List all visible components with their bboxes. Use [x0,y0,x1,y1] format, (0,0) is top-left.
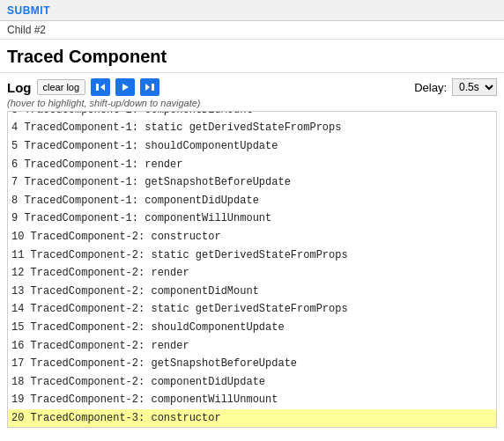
log-line: 18 TracedComponent-2: componentDidUpdate [8,373,496,392]
log-line: 20 TracedComponent-3: constructor [8,409,496,428]
log-header: Log clear log Delay: [7,78,497,96]
svg-rect-1 [96,84,99,91]
svg-marker-3 [145,84,150,91]
log-hint: (hover to highlight, shift-up/down to na… [7,98,497,108]
submit-button[interactable]: SUBMIT [7,4,50,17]
log-line: 16 TracedComponent-2: render [8,337,496,356]
log-line: 19 TracedComponent-2: componentWillUnmou… [8,391,496,409]
page-title: Traced Component [0,40,504,73]
svg-rect-4 [152,84,154,91]
log-line: 8 TracedComponent-1: componentDidUpdate [8,192,496,210]
log-line: 7 TracedComponent-1: getSnapshotBeforeUp… [8,173,496,192]
log-line: 14 TracedComponent-2: static getDerivedS… [8,300,496,319]
rewind-button[interactable] [91,78,110,96]
log-title: Log [7,80,32,95]
svg-marker-0 [100,84,105,91]
log-line: 3 TracedComponent-1: componentDidMount [8,111,496,119]
svg-marker-2 [122,84,129,91]
log-line: 11 TracedComponent-2: static getDerivedS… [8,246,496,265]
log-line: 4 TracedComponent-1: static getDerivedSt… [8,119,496,137]
log-section: Log clear log Delay: [0,73,504,428]
top-bar: SUBMIT [0,0,504,21]
log-line: 13 TracedComponent-2: componentDidMount [8,283,496,301]
play-button[interactable] [115,78,135,96]
log-line: 17 TracedComponent-2: getSnapshotBeforeU… [8,355,496,373]
delay-label: Delay: [414,81,447,94]
clear-log-button[interactable]: clear log [37,79,86,95]
child-label: Child #2 [0,21,504,40]
log-header-left: Log clear log [7,78,159,96]
log-container[interactable]: 0 TracedComponent-1: constructor1 Traced… [7,111,497,428]
log-line: 15 TracedComponent-2: shouldComponentUpd… [8,319,496,337]
log-line: 12 TracedComponent-2: render [8,264,496,283]
log-line: 5 TracedComponent-1: shouldComponentUpda… [8,137,496,156]
log-header-right: Delay: 0.5s 1s 2s [414,78,497,96]
log-line: 10 TracedComponent-2: constructor [8,228,496,246]
fast-forward-button[interactable] [140,78,159,96]
log-line: 9 TracedComponent-1: componentWillUnmoun… [8,209,496,228]
delay-select[interactable]: 0.5s 1s 2s [452,78,497,96]
log-line: 6 TracedComponent-1: render [8,156,496,174]
